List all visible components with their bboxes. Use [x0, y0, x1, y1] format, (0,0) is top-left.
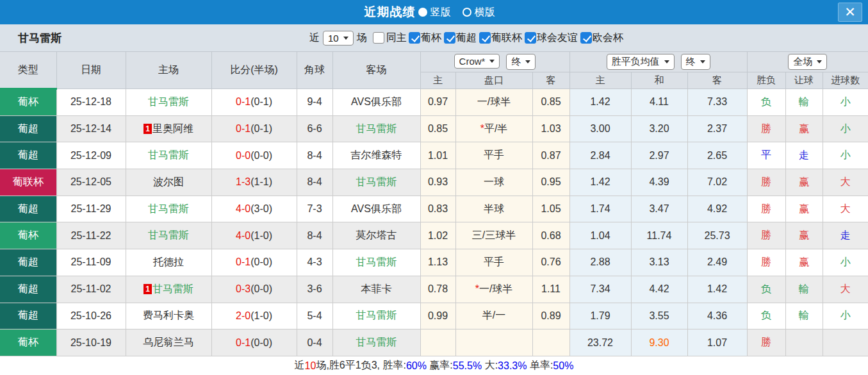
eu-away-odds: 1.07: [687, 329, 747, 356]
odds-stage-select-2[interactable]: 终: [681, 54, 710, 70]
league-filter-pt-cup: 葡杯: [407, 31, 441, 45]
score: 0-1(0-0): [211, 249, 297, 276]
score-halftime: (0-0): [250, 283, 272, 294]
result-goals: 大: [823, 196, 868, 222]
home-team: 甘马雷斯: [126, 89, 211, 116]
eu-away-odds: 1.42: [687, 276, 747, 303]
corners: 8-4: [297, 222, 332, 249]
result-outcome: 勝: [747, 196, 785, 222]
same-home-checkbox[interactable]: [373, 32, 384, 44]
corners: 8-4: [297, 142, 332, 169]
home-team-name: 里奥阿维: [152, 123, 193, 134]
ah-line: 一/球半: [455, 89, 532, 116]
radio-vertical-layout[interactable]: [418, 8, 427, 17]
eu-draw-odds: 3.47: [631, 196, 687, 222]
match-date: 25-12-18: [56, 89, 126, 116]
home-team-name: 甘马雷斯: [148, 149, 189, 160]
match-date: 25-10-19: [56, 329, 126, 356]
checkbox-pt-league-cup[interactable]: [479, 32, 491, 44]
games-label: 场: [357, 31, 367, 45]
result-goals: 走: [823, 222, 868, 249]
avg-type-select[interactable]: 胜平负均值: [607, 54, 675, 70]
result-goals: 小: [823, 115, 868, 142]
checkbox-pt-league[interactable]: [444, 32, 455, 44]
scope-select[interactable]: 全场: [788, 54, 827, 70]
eu-home-odds: 7.34: [569, 276, 631, 303]
away-team-name: 甘马雷斯: [356, 337, 397, 347]
result-handicap: 輸: [785, 303, 823, 329]
dialog-header: 近期战绩 竖版 横版 ✕: [0, 0, 868, 24]
eu-draw-odds: 11.74: [631, 222, 687, 249]
ah-line: 一球: [455, 169, 532, 196]
table-row: 葡超 25-12-14 1里奥阿维 0-1(0-1) 6-6 甘马雷斯 0.85…: [0, 115, 868, 142]
league-filter-pt-league: 葡超: [442, 31, 477, 45]
home-team: 甘马雷斯: [126, 142, 211, 169]
match-date: 25-11-02: [56, 276, 126, 303]
table-row: 葡超 25-11-09 托德拉 0-1(0-0) 4-3 甘马雷斯 1.13 平…: [0, 249, 868, 276]
eu-away-odds: 4.92: [687, 196, 747, 222]
eu-away-odds: 4.36: [687, 303, 747, 329]
ah-home-odds: 1.13: [420, 249, 455, 276]
recent-count-select[interactable]: 10: [323, 31, 354, 46]
away-team-name: 甘马雷斯: [356, 123, 397, 134]
close-button[interactable]: ✕: [838, 3, 862, 22]
chevron-down-icon: [489, 60, 495, 63]
away-team: 甘马雷斯: [332, 169, 420, 196]
bookmaker-select[interactable]: Crow*: [454, 54, 500, 69]
match-table-body: 葡杯 25-12-18 甘马雷斯 0-1(0-1) 9-4 AVS俱乐部 0.9…: [0, 89, 868, 356]
ah-line: 平手: [455, 249, 532, 276]
score: 0-0(0-0): [211, 142, 297, 169]
score-halftime: (0-0): [250, 150, 272, 161]
away-team-name: AVS俱乐部: [351, 96, 402, 107]
chevron-down-icon: [700, 60, 705, 63]
result-handicap: [785, 329, 823, 356]
table-row: 葡杯 25-10-19 乌尼翁兰马 0-1(0-0) 0-4 甘马雷斯 23.7…: [0, 329, 868, 356]
score-fulltime: 2-0: [236, 310, 250, 321]
ah-away-odds: 1.03: [532, 115, 569, 142]
corners: 7-3: [297, 196, 332, 222]
summary-bar: 近10场,胜6平1负3, 胜率:60% 赢率:55.5% 大:33.3% 单率:…: [0, 356, 868, 375]
ah-away-odds: 0.68: [532, 222, 569, 249]
checkbox-club-friendly[interactable]: [525, 32, 536, 44]
match-type-badge: 葡超: [0, 196, 56, 222]
eu-home-odds: 1.79: [569, 303, 631, 329]
away-team: AVS俱乐部: [332, 196, 420, 222]
match-type-badge: 葡杯: [0, 329, 56, 356]
corners: 8-4: [297, 169, 332, 196]
table-row: 葡联杯 25-12-05 波尔图 1-3(1-1) 8-4 甘马雷斯 0.93 …: [0, 169, 868, 196]
score-fulltime: 4-0: [236, 230, 250, 241]
col-header-date: 日期: [56, 52, 126, 89]
score-halftime: (0-1): [250, 123, 272, 134]
chevron-down-icon: [817, 60, 822, 63]
ah-line: *一/球半: [455, 276, 532, 303]
score-fulltime: 0-1: [236, 256, 250, 267]
eu-draw-odds: 9.30: [631, 329, 687, 356]
home-team-name: 托德拉: [153, 256, 184, 267]
ah-line: *平/半: [455, 115, 532, 142]
col-header-ah-line: 盘口: [455, 72, 532, 89]
ah-home-odds: 0.99: [420, 303, 455, 329]
result-handicap: 輸: [785, 276, 823, 303]
ah-line: 平手: [455, 142, 532, 169]
eu-home-odds: 1.42: [569, 169, 631, 196]
home-team: 甘马雷斯: [126, 196, 211, 222]
result-handicap: 赢: [785, 169, 823, 196]
score-fulltime: 0-0: [236, 150, 250, 161]
layout-radio-group: 竖版 横版: [416, 6, 504, 19]
result-goals: 小: [823, 249, 868, 276]
away-team-name: 吉尔维森特: [351, 149, 402, 160]
radio-vertical-label: 竖版: [430, 6, 451, 19]
checkbox-pt-cup[interactable]: [409, 32, 420, 44]
league-filter-uecl: 欧会杯: [578, 31, 623, 45]
summary-rate-big: 33.3%: [498, 360, 527, 372]
eu-away-odds: 2.49: [687, 249, 747, 276]
checkbox-uecl[interactable]: [580, 32, 592, 44]
chevron-down-icon: [664, 60, 669, 63]
radio-horizontal-layout[interactable]: [463, 8, 471, 17]
result-handicap: 赢: [785, 196, 823, 222]
ah-away-odds: 0.85: [532, 89, 569, 116]
same-home-label: 同主: [386, 31, 407, 45]
odds-stage-select-1[interactable]: 终: [506, 54, 536, 70]
home-team-name: 甘马雷斯: [148, 96, 189, 107]
match-type-badge: 葡超: [0, 142, 56, 169]
